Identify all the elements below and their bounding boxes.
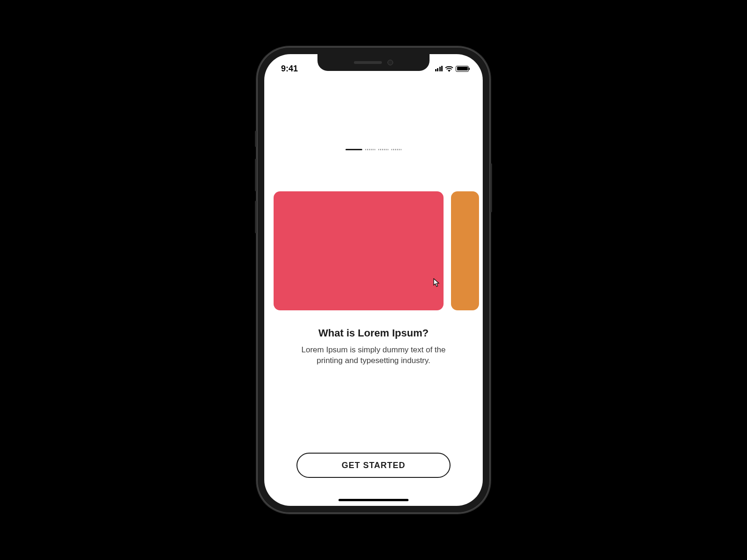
volume-down-button xyxy=(255,201,257,233)
onboarding-carousel[interactable] xyxy=(264,191,483,310)
page-dot-3[interactable] xyxy=(378,149,388,150)
device-screen: 9:41 xyxy=(264,54,483,506)
status-time: 9:41 xyxy=(281,64,298,74)
cellular-signal-icon xyxy=(435,66,443,71)
device-notch xyxy=(317,54,430,71)
power-button xyxy=(490,163,492,212)
page-indicator[interactable] xyxy=(264,149,483,150)
onboarding-body: Lorem Ipsum is simply dummy text of the … xyxy=(291,345,456,366)
get-started-button[interactable]: GET STARTED xyxy=(296,453,451,478)
onboarding-title: What is Lorem Ipsum? xyxy=(291,327,456,339)
page-dot-1[interactable] xyxy=(345,149,362,150)
cursor-icon xyxy=(433,278,440,287)
phone-device-frame: 9:41 xyxy=(257,47,490,513)
front-camera xyxy=(388,60,393,65)
home-indicator[interactable] xyxy=(338,499,409,501)
status-icons xyxy=(435,66,469,72)
silent-switch xyxy=(255,131,257,147)
battery-icon xyxy=(456,66,469,72)
page-dot-2[interactable] xyxy=(365,149,375,150)
volume-up-button xyxy=(255,159,257,191)
wifi-icon xyxy=(445,66,453,72)
cta-area: GET STARTED xyxy=(264,453,483,506)
onboarding-text-block: What is Lorem Ipsum? Lorem Ipsum is simp… xyxy=(264,327,483,366)
speaker-grille xyxy=(354,61,382,64)
page-dot-4[interactable] xyxy=(391,149,402,150)
carousel-card-1[interactable] xyxy=(274,191,444,310)
onboarding-content: What is Lorem Ipsum? Lorem Ipsum is simp… xyxy=(264,54,483,506)
carousel-card-2[interactable] xyxy=(451,191,479,310)
